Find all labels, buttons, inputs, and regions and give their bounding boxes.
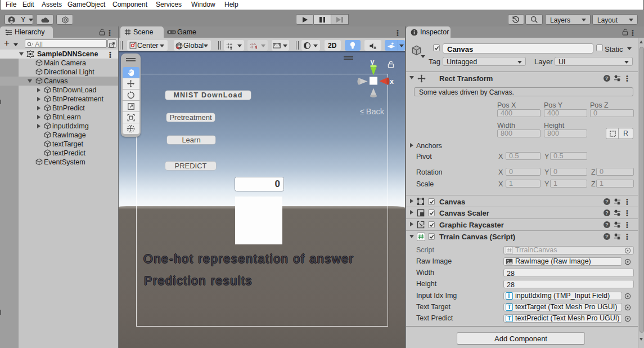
svg-text:y: y — [371, 59, 375, 66]
svg-text:x: x — [390, 78, 394, 86]
